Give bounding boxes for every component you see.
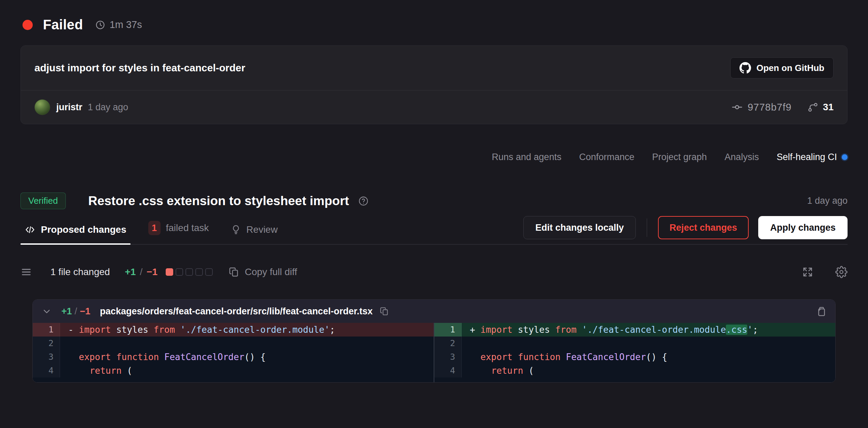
- diff-line: 2: [33, 337, 434, 350]
- line-number: 1: [434, 323, 462, 337]
- diff-stat-square: [195, 268, 203, 276]
- commit-card-meta-row: juristr 1 day ago 9778b7f9 31: [21, 90, 847, 124]
- help-icon[interactable]: [358, 196, 369, 206]
- open-on-github-label: Open on GitHub: [757, 63, 824, 73]
- file-additions: +1: [61, 306, 72, 317]
- diff-split-view: 1- import styles from './feat-cancel-ord…: [33, 323, 835, 382]
- commit-card: adjust import for styles in feat-cancel-…: [20, 45, 848, 124]
- gear-icon[interactable]: [835, 266, 848, 278]
- diff-panel: +1 / −1 packages/orders/feat-cancel-orde…: [32, 299, 836, 383]
- stat-separator: /: [140, 267, 143, 277]
- diff-line: 4 return (: [434, 364, 835, 377]
- fix-title: Restore .css extension to stylesheet imp…: [88, 194, 349, 208]
- tab-failed-task-label: failed task: [166, 223, 209, 233]
- tab-proposed-changes[interactable]: Proposed changes: [25, 224, 126, 244]
- added-substring-highlight: .css: [726, 325, 747, 335]
- nav-analysis[interactable]: Analysis: [724, 152, 759, 162]
- github-icon: [739, 62, 751, 74]
- page: Failed 1m 37s adjust import for styles i…: [0, 0, 868, 428]
- diff-file-header: +1 / −1 packages/orders/feat-cancel-orde…: [33, 300, 835, 323]
- copy-path-icon[interactable]: [379, 306, 389, 316]
- diff-pane-after: 1+ import styles from './feat-cancel-ord…: [434, 323, 835, 382]
- diff-line-removed: 1- import styles from './feat-cancel-ord…: [33, 323, 434, 337]
- run-status-row: Failed 1m 37s: [20, 17, 848, 32]
- diff-stat-square-filled: [166, 268, 173, 276]
- deletions-count: −1: [147, 267, 158, 277]
- copy-file-icon[interactable]: [815, 305, 826, 317]
- line-number: 4: [33, 364, 60, 377]
- commit-card-top: adjust import for styles in feat-cancel-…: [21, 46, 847, 90]
- code-line: - import styles from './feat-cancel-orde…: [60, 323, 434, 337]
- line-number: 1: [33, 323, 60, 337]
- code-line: + import styles from './feat-cancel-orde…: [462, 323, 835, 337]
- lightbulb-icon: [231, 225, 241, 235]
- reject-changes-button[interactable]: Reject changes: [658, 216, 749, 239]
- avatar: [34, 99, 50, 115]
- copy-full-diff-button[interactable]: Copy full diff: [228, 267, 297, 277]
- file-deletions: −1: [80, 306, 90, 317]
- code-line: export function FeatCancelOrder() {: [462, 350, 835, 364]
- commit-sha: 9778b7f9: [748, 102, 792, 113]
- branch-count-link[interactable]: 31: [807, 102, 834, 113]
- code-line: return (: [462, 364, 835, 377]
- nav-self-healing-ci-label: Self-healing CI: [777, 152, 837, 162]
- additions-count: +1: [125, 267, 136, 277]
- clock-icon: [95, 20, 105, 30]
- tab-review[interactable]: Review: [231, 224, 278, 244]
- code-line: [60, 337, 434, 350]
- tab-proposed-changes-label: Proposed changes: [41, 224, 126, 235]
- diff-toolbar-right: [802, 266, 848, 278]
- run-duration-value: 1m 37s: [109, 19, 142, 30]
- nav-conformance[interactable]: Conformance: [579, 152, 634, 162]
- commit-time: 1 day ago: [88, 102, 129, 113]
- edit-changes-locally-button[interactable]: Edit changes locally: [523, 216, 636, 239]
- failed-count-badge: 1: [148, 221, 161, 235]
- diff-toolbar: 1 file changed +1 / −1 Copy full diff: [20, 262, 848, 282]
- tabs-row: Proposed changes 1 failed task Review Ed…: [20, 216, 848, 245]
- commit-sha-link[interactable]: 9778b7f9: [731, 101, 792, 113]
- diff-stat-squares: [166, 268, 213, 276]
- open-on-github-button[interactable]: Open on GitHub: [730, 57, 834, 79]
- file-list-menu-icon[interactable]: [20, 266, 32, 278]
- apply-changes-button[interactable]: Apply changes: [758, 216, 848, 239]
- diff-stat-square: [205, 268, 213, 276]
- code-line: return (: [60, 364, 434, 377]
- failed-status-dot: [23, 20, 33, 30]
- active-nav-dot: [842, 154, 848, 160]
- fix-time: 1 day ago: [807, 196, 848, 206]
- action-buttons: Edit changes locally Reject changes Appl…: [523, 216, 848, 239]
- nav-runs-and-agents[interactable]: Runs and agents: [492, 152, 562, 162]
- commit-icon: [731, 101, 743, 113]
- author-group: juristr 1 day ago: [34, 99, 128, 115]
- action-divider: [647, 218, 647, 237]
- expand-icon[interactable]: [802, 266, 813, 278]
- file-path: packages/orders/feat-cancel-order/src/li…: [100, 306, 373, 317]
- workspace-nav: Runs and agents Conformance Project grap…: [20, 149, 848, 165]
- diff-line: 3 export function FeatCancelOrder() {: [33, 350, 434, 364]
- nav-project-graph[interactable]: Project graph: [652, 152, 707, 162]
- verified-badge: Verified: [20, 192, 66, 209]
- code-line: [462, 337, 835, 350]
- diff-toolbar-left: 1 file changed +1 / −1 Copy full diff: [20, 266, 297, 278]
- code-line: export function FeatCancelOrder() {: [60, 350, 434, 364]
- copy-full-diff-label: Copy full diff: [245, 267, 297, 277]
- author-name: juristr: [56, 102, 83, 113]
- diff-pane-before: 1- import styles from './feat-cancel-ord…: [33, 323, 434, 382]
- branch-count: 31: [823, 102, 834, 113]
- diff-stat-square: [185, 268, 193, 276]
- nav-self-healing-ci[interactable]: Self-healing CI: [777, 152, 848, 162]
- code-icon: [25, 224, 35, 235]
- chevron-down-icon[interactable]: [42, 306, 52, 316]
- tabs-group: Proposed changes 1 failed task Review: [20, 221, 278, 244]
- diff-stat-square: [176, 268, 183, 276]
- diff-line: 4 return (: [33, 364, 434, 377]
- commit-meta: 9778b7f9 31: [731, 101, 834, 113]
- run-status-label: Failed: [43, 17, 83, 32]
- line-number: 2: [33, 337, 60, 350]
- line-number: 4: [434, 364, 462, 377]
- diff-line: 2: [434, 337, 835, 350]
- copy-icon: [228, 267, 239, 277]
- tab-failed-task[interactable]: 1 failed task: [148, 221, 209, 244]
- fix-header: Verified Restore .css extension to style…: [20, 192, 848, 209]
- diff-line: 3 export function FeatCancelOrder() {: [434, 350, 835, 364]
